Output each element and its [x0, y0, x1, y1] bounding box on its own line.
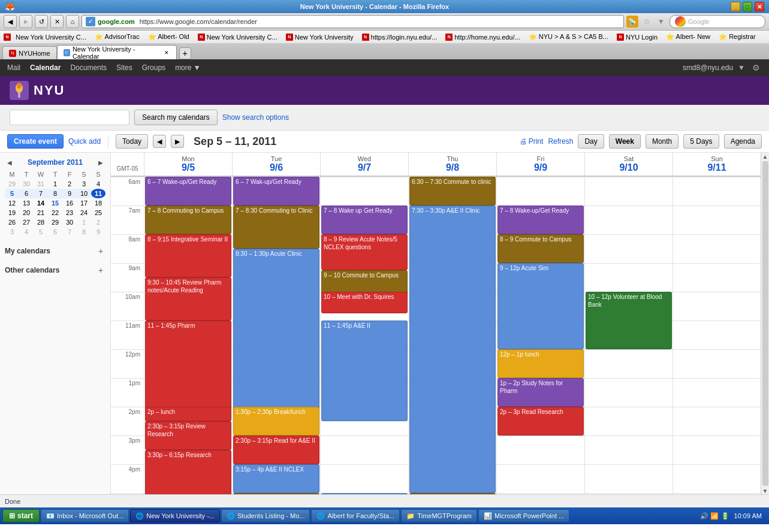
scrollbar[interactable]: ▲ ▼ [761, 153, 769, 494]
calendar-event[interactable]: 8 – 9 Review Acute Notes/5 NCLEX questio… [321, 234, 408, 270]
calendar-event[interactable]: 2p – 3p Read Research [497, 407, 584, 436]
mini-cal-day-21[interactable]: 21 [34, 208, 48, 217]
prev-week-button[interactable]: ◀ [153, 135, 166, 148]
time-cell-5-0[interactable] [584, 177, 673, 205]
calendar-event[interactable]: 10 – 12p Volunteer at Blood Bank [586, 292, 672, 349]
today-button[interactable]: Today [116, 134, 148, 149]
account-dropdown[interactable]: ▼ [738, 64, 745, 72]
calendar-event[interactable]: 2:30p – 3:15p Review Research [145, 421, 231, 450]
calendar-event[interactable]: 2:30p – 3:15p Read for A&E II [233, 436, 319, 464]
tab-close-calendar[interactable]: ✕ [163, 49, 170, 56]
calendar-event[interactable]: 3:30p – 6:15p Research [145, 450, 231, 494]
time-cell-6-10[interactable] [673, 464, 761, 493]
view-5days-button[interactable]: 5 Days [683, 134, 719, 149]
nav-calendar[interactable]: Calendar [30, 64, 61, 72]
settings-button[interactable]: ⚙ [750, 62, 762, 74]
mini-cal-day-29[interactable]: 29 [5, 179, 19, 189]
time-cell-5-10[interactable] [584, 464, 673, 493]
mini-cal-day-2[interactable]: 2 [62, 179, 77, 189]
mini-cal-day-15[interactable]: 15 [48, 198, 62, 208]
mini-cal-day-22[interactable]: 22 [48, 208, 62, 217]
nav-documents[interactable]: Documents [70, 64, 107, 72]
mini-cal-next[interactable]: ▶ [96, 158, 105, 167]
add-my-calendar-button[interactable]: + [96, 246, 105, 256]
nav-more[interactable]: more ▼ [175, 64, 201, 72]
mini-cal-day-30[interactable]: 30 [19, 179, 34, 189]
bookmark-0[interactable]: New York University C... [12, 32, 90, 42]
maximize-button[interactable]: □ [743, 2, 752, 11]
bookmark-4[interactable]: NNew York University [282, 32, 357, 42]
mini-cal-day-3b[interactable]: 3 [5, 227, 19, 237]
time-cell-5-9[interactable] [584, 436, 673, 464]
mini-cal-day-11[interactable]: 11 [91, 189, 105, 198]
time-cell-6-1[interactable] [673, 205, 761, 234]
mini-cal-day-23[interactable]: 23 [62, 208, 77, 217]
mini-cal-day-12[interactable]: 12 [5, 198, 19, 208]
close-button[interactable]: ✕ [755, 2, 764, 11]
calendar-event[interactable]: 7:30 – 3:30p A&E II Clinic [409, 205, 496, 493]
mini-cal-day-24[interactable]: 24 [77, 208, 91, 217]
search-button[interactable]: Search my calendars [134, 110, 218, 125]
calendar-event[interactable]: 9 – 12p Acute Sim [497, 263, 584, 349]
mini-cal-day-28[interactable]: 28 [34, 217, 48, 227]
calendar-event[interactable]: 3:30 – 4:30p Commute to campus [409, 493, 496, 494]
bookmark-8[interactable]: NNYU Login [613, 32, 661, 42]
refresh-button[interactable]: ↺ [35, 15, 48, 28]
rss-icon[interactable]: 📡 [626, 16, 638, 28]
time-cell-5-1[interactable] [584, 205, 673, 234]
time-cell-5-8[interactable] [584, 407, 673, 436]
mini-cal-day-2b[interactable]: 2 [91, 217, 105, 227]
print-link[interactable]: 🖨 Print [520, 137, 544, 146]
day-header-mon[interactable]: Mon 9/5 [144, 153, 232, 176]
mini-cal-day-29b[interactable]: 29 [48, 217, 62, 227]
time-cell-5-6[interactable] [584, 349, 673, 378]
time-cell-6-4[interactable] [673, 292, 761, 321]
time-cell-5-2[interactable] [584, 234, 673, 263]
calendar-event[interactable]: 6 – 7 Wak-up/Get Ready [233, 177, 319, 205]
back-button[interactable]: ◀ [4, 15, 17, 28]
taskbar-item-albert[interactable]: 🌐 Albert for Faculty/Sta... [311, 509, 400, 522]
browser-search-box[interactable]: Google [670, 15, 765, 28]
mini-cal-day-19[interactable]: 19 [5, 208, 19, 217]
time-cell-4-10[interactable] [496, 464, 584, 493]
time-cell-6-6[interactable] [673, 349, 761, 378]
mini-cal-day-20[interactable]: 20 [19, 208, 34, 217]
time-cell-2-10[interactable] [320, 464, 408, 493]
calendar-event[interactable]: 1p – 2p Study Notes for Pharm [497, 378, 584, 407]
mini-cal-day-1[interactable]: 1 [48, 179, 62, 189]
new-tab-button[interactable]: + [179, 47, 191, 59]
forward-button[interactable]: ▶ [19, 15, 32, 28]
mini-cal-day-16[interactable]: 16 [62, 198, 77, 208]
mini-cal-day-14[interactable]: 14 [34, 198, 48, 208]
taskbar-item-powerpoint[interactable]: 📊 Microsoft PowerPoint ... [478, 509, 569, 522]
taskbar-item-inbox[interactable]: 📧 Inbox - Microsoft Out... [41, 509, 129, 522]
time-cell-6-9[interactable] [673, 436, 761, 464]
time-cell-6-2[interactable] [673, 234, 761, 263]
mini-cal-day-7b[interactable]: 7 [62, 227, 77, 237]
calendar-event[interactable]: 1:30p – 2:30p Break/lunch [233, 407, 319, 436]
view-day-button[interactable]: Day [578, 134, 604, 149]
nyu-logo[interactable]: NYU [10, 81, 65, 100]
mini-cal-day-9[interactable]: 9 [62, 189, 77, 198]
calendar-event[interactable]: 7 – 8 Commuting to Campus [145, 205, 231, 234]
mini-cal-day-13[interactable]: 13 [19, 198, 34, 208]
mini-cal-day-8b[interactable]: 8 [77, 227, 91, 237]
mini-cal-day-5[interactable]: 5 [5, 189, 19, 198]
calendar-event[interactable]: 8 – 9:15 Integrative Seminar II [145, 234, 231, 277]
address-bar[interactable]: ✓ google.com https://www.google.com/cale… [82, 15, 624, 28]
bookmark-5[interactable]: Nhttps://login.nyu.edu/... [358, 32, 441, 42]
bookmark-2[interactable]: ⭐ Albert- Old [144, 32, 193, 42]
day-header-tue[interactable]: Tue 9/6 [232, 153, 320, 176]
time-cell-6-8[interactable] [673, 407, 761, 436]
add-other-calendar-button[interactable]: + [96, 265, 105, 275]
nav-groups[interactable]: Groups [142, 64, 165, 72]
mini-cal-day-4b[interactable]: 4 [19, 227, 34, 237]
home-button[interactable]: ⌂ [66, 15, 79, 28]
mini-cal-day-9b[interactable]: 9 [91, 227, 105, 237]
day-header-fri[interactable]: Fri 9/9 [496, 153, 584, 176]
create-event-button[interactable]: Create event [7, 134, 64, 149]
refresh-link[interactable]: Refresh [548, 137, 573, 146]
dropdown-icon[interactable]: ▼ [655, 16, 667, 28]
calendar-event[interactable]: 5p – 6p Review A&E Podcast/notes Lib. [321, 493, 408, 494]
mini-cal-day-8[interactable]: 8 [48, 189, 62, 198]
